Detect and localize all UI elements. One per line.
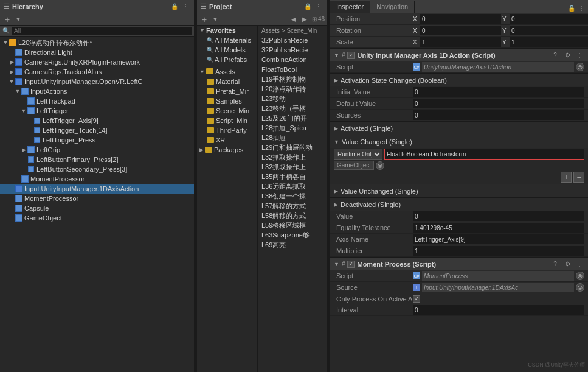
scale-y-input[interactable] (510, 37, 588, 47)
asset-list-item[interactable]: FloatToBool (258, 65, 327, 74)
component2-gear-icon[interactable]: ⚙ (562, 259, 572, 269)
thirdparty-item[interactable]: ThirdParty (197, 125, 257, 135)
asset-list-item[interactable]: L32抓取操作上 (258, 152, 327, 162)
favorites-item[interactable]: ▼ Favorites (197, 26, 257, 35)
asset-list-item[interactable]: L59移移区域框 (258, 220, 327, 230)
only-process-checkbox[interactable] (413, 295, 420, 303)
component1-header[interactable]: ▼ # Unity Input Manager Axis 1D Action (… (330, 48, 588, 61)
project-more-icon[interactable]: ⋮ (314, 2, 323, 12)
add-event-btn[interactable]: + (561, 172, 572, 183)
asset-list-item[interactable]: L20浮点动作转 (258, 84, 327, 94)
tree-item-axis1daction[interactable]: Input.UnityInputManager.1DAxisAction (0, 184, 194, 194)
all-prefabs-item[interactable]: 🔍 All Prefabs (197, 55, 257, 65)
func-input[interactable] (384, 149, 584, 160)
all-materials-item[interactable]: 🔍 All Materials (197, 35, 257, 45)
asset-list-item[interactable]: L23移动（手柄 (258, 104, 327, 113)
tree-item-leftgrip[interactable]: ▶ LeftGrip (0, 145, 194, 155)
asset-list-item[interactable]: CombineAction (258, 55, 327, 65)
asset-list-item[interactable]: L69高亮 (258, 240, 327, 250)
inspector-lock-icon[interactable]: 🔒 (569, 3, 578, 13)
hierarchy-search-input[interactable] (12, 27, 192, 35)
asset-list-item[interactable]: L35两手柄各自 (258, 172, 327, 181)
component1-gear-icon[interactable]: ⚙ (562, 51, 572, 60)
asset-list-item[interactable]: 32PublishRecie (258, 35, 327, 45)
axis-name-input[interactable] (413, 234, 584, 244)
asset-list-item[interactable]: L63Snapzone够 (258, 230, 327, 240)
assets-item[interactable]: ▼ Assets (197, 67, 257, 77)
asset-list-item[interactable]: L23移动 (258, 94, 327, 104)
tree-item-inputactions[interactable]: ▼ InputActions (0, 86, 194, 96)
tree-item-lefttrigger[interactable]: ▼ LeftTrigger (0, 106, 194, 116)
tab-navigation[interactable]: Navigation (370, 1, 415, 13)
prefab-item[interactable]: Prefab_Mir (197, 86, 257, 96)
project-icon2[interactable]: ▶ (300, 15, 310, 24)
scenemin-item[interactable]: Scene_Min (197, 106, 257, 116)
multiplier-input[interactable] (413, 246, 584, 256)
tree-item-root[interactable]: ▼ L20浮点动作转布尔动作* (0, 38, 194, 47)
tree-item-leftbtnsecondary[interactable]: LeftButtonSecondary_Press[3] (0, 164, 194, 174)
position-x-input[interactable] (420, 14, 501, 24)
tree-item-gameobject[interactable]: GameObject (0, 213, 194, 223)
rotation-y-input[interactable] (510, 26, 588, 35)
asset-list-item[interactable]: L58解移的方式 (258, 211, 327, 220)
component2-question-icon[interactable]: ? (550, 259, 560, 269)
asset-list-item[interactable]: 32PublishRecie (258, 45, 327, 55)
inspector-more-icon[interactable]: ⋮ (578, 3, 588, 13)
hierarchy-add-icon[interactable]: + (2, 15, 12, 24)
tree-item-lefttrackpad[interactable]: LeftTrackpad (0, 96, 194, 106)
project-menu-icon[interactable]: ☰ (201, 2, 207, 10)
sources-input[interactable] (413, 110, 584, 120)
asset-list-item[interactable]: L36远距离抓取 (258, 181, 327, 191)
tree-item-lefttriggeraxis[interactable]: LeftTrigger_Axis[9] (0, 116, 194, 125)
asset-list-item[interactable]: L57解移的方式 (258, 201, 327, 211)
project-icon1[interactable]: ◀ (289, 15, 299, 24)
activation-section[interactable]: ▶ Activation State Changed (Boolean) (330, 73, 588, 86)
value-changed-section[interactable]: ▼ Value Changed (Single) (330, 135, 588, 148)
asset-list-item[interactable]: L38创建一个操 (258, 191, 327, 201)
go-circle-btn[interactable]: ◎ (376, 161, 384, 170)
component2-header[interactable]: ▼ # Moment Process (Script) ? ⚙ ⋮ (330, 257, 588, 270)
tree-item-lefttriggertouch[interactable]: LeftTrigger_Touch[14] (0, 125, 194, 135)
script-select-btn2[interactable]: ◎ (576, 272, 584, 280)
tree-item-momentprocessor1[interactable]: MomentProcessor (0, 174, 194, 184)
position-y-input[interactable] (510, 14, 588, 24)
script-select-btn[interactable]: ◎ (576, 63, 584, 71)
tree-item-inputmanager[interactable]: ▼ Input.UnityInputManager.OpenVR.LeftC (0, 77, 194, 86)
hierarchy-more-icon[interactable]: ⋮ (181, 2, 190, 12)
hierarchy-menu-icon[interactable]: ☰ (4, 2, 10, 10)
interval-input[interactable] (413, 305, 584, 315)
packages-item[interactable]: ▶ Packages (197, 145, 257, 155)
tree-item-leftbtnprimary[interactable]: LeftButtonPrimary_Press[2] (0, 155, 194, 164)
deactivated-section[interactable]: ▶ Deactivated (Single) (330, 197, 588, 211)
asset-list-item[interactable]: L29门和抽屉的动 (258, 142, 327, 152)
tree-item-lefttriggerpress[interactable]: LeftTrigger_Press (0, 135, 194, 145)
source-select-btn[interactable]: ◎ (576, 283, 584, 292)
source-ref-input[interactable] (422, 283, 574, 292)
value-input[interactable] (413, 211, 584, 221)
scriptmin-item[interactable]: Script_Min (197, 116, 257, 125)
project-arrow-icon[interactable]: ▼ (210, 15, 220, 24)
project-add-icon[interactable]: + (199, 15, 209, 24)
all-models-item[interactable]: 🔍 All Models (197, 45, 257, 55)
value-unchanged-section[interactable]: ▶ Value Unchanged (Single) (330, 184, 588, 197)
initial-value-input[interactable] (413, 87, 584, 97)
asset-list-item[interactable]: L32抓取操作上 (258, 162, 327, 172)
project-lock-icon[interactable]: 🔒 (303, 2, 313, 12)
component1-question-icon[interactable]: ? (550, 51, 560, 60)
script-ref-input[interactable] (422, 62, 574, 72)
remove-event-btn[interactable]: − (573, 172, 584, 183)
tree-item-capsule[interactable]: Capsule (0, 203, 194, 213)
tree-item-camerarigs2[interactable]: ▶ CameraRigs.TrackedAlias (0, 67, 194, 77)
activated-section[interactable]: ▶ Activated (Single) (330, 121, 588, 135)
tree-item-dirlight[interactable]: Directional Light (0, 47, 194, 57)
scale-x-input[interactable] (420, 37, 501, 47)
asset-list-item[interactable]: L25及26门的开 (258, 113, 327, 123)
component1-more-icon[interactable]: ⋮ (575, 51, 584, 60)
component1-checkbox[interactable] (347, 52, 355, 59)
tab-inspector[interactable]: Inspector (330, 1, 370, 13)
asset-list-item[interactable]: L19手柄控制物 (258, 74, 327, 84)
component2-more-icon[interactable]: ⋮ (575, 259, 584, 269)
material-item[interactable]: Material (197, 77, 257, 86)
asset-list-item[interactable]: L28抽屉_Spica (258, 123, 327, 133)
script-ref-input2[interactable] (422, 271, 574, 281)
